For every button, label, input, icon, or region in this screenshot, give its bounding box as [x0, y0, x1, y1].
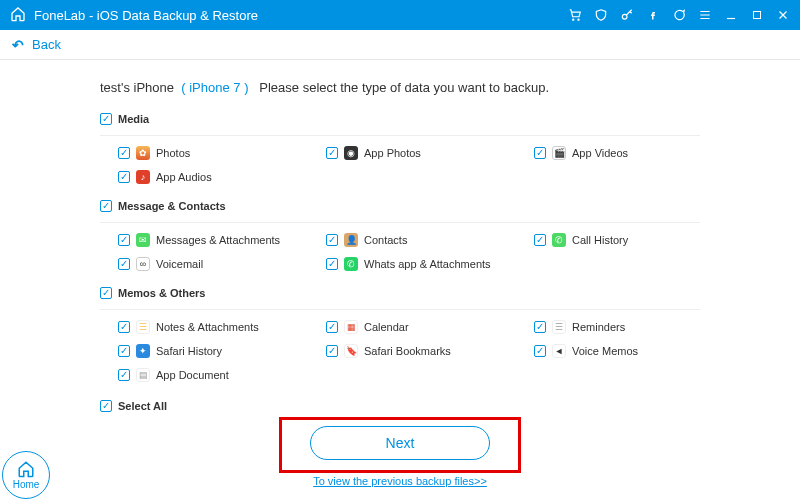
- item-label: Safari History: [156, 345, 222, 357]
- title-bar: FoneLab - iOS Data Backup & Restore: [0, 0, 800, 30]
- next-button[interactable]: Next: [310, 426, 490, 460]
- shield-icon[interactable]: [594, 8, 608, 22]
- main-content: test's iPhone ( iPhone 7 ) Please select…: [0, 60, 800, 412]
- checkbox-icon: ✓: [326, 258, 338, 270]
- section-media-title: Media: [118, 113, 149, 125]
- back-bar[interactable]: ↶ Back: [0, 30, 800, 60]
- checkbox-icon: ✓: [118, 234, 130, 246]
- item-label: Safari Bookmarks: [364, 345, 451, 357]
- checkbox-icon: ✓: [326, 147, 338, 159]
- messages-icon: ✉: [136, 233, 150, 247]
- instruction-text: Please select the type of data you want …: [259, 80, 549, 95]
- item-label: App Audios: [156, 171, 212, 183]
- item-messages[interactable]: ✓✉Messages & Attachments: [118, 233, 318, 247]
- divider: [100, 135, 700, 136]
- checkbox-icon: ✓: [534, 345, 546, 357]
- app-photos-icon: ◉: [344, 146, 358, 160]
- svg-point-2: [622, 14, 627, 19]
- item-app-document[interactable]: ✓▤App Document: [118, 368, 318, 382]
- checkbox-icon: ✓: [118, 147, 130, 159]
- item-label: Reminders: [572, 321, 625, 333]
- svg-point-1: [578, 19, 579, 20]
- home-icon: [10, 6, 26, 25]
- item-contacts[interactable]: ✓👤Contacts: [326, 233, 526, 247]
- section-contacts: ✓ Message & Contacts ✓✉Messages & Attach…: [100, 200, 700, 271]
- cart-icon[interactable]: [568, 8, 582, 22]
- maximize-icon[interactable]: [750, 8, 764, 22]
- item-call-history[interactable]: ✓✆Call History: [534, 233, 714, 247]
- checkbox-icon: ✓: [326, 321, 338, 333]
- titlebar-left: FoneLab - iOS Data Backup & Restore: [10, 6, 258, 25]
- checkbox-icon: ✓: [118, 321, 130, 333]
- safari-icon: ✦: [136, 344, 150, 358]
- document-icon: ▤: [136, 368, 150, 382]
- checkbox-icon: ✓: [534, 321, 546, 333]
- footer: Next To view the previous backup files>>: [0, 417, 800, 487]
- section-memos-title: Memos & Others: [118, 287, 205, 299]
- item-voice-memos[interactable]: ✓◄Voice Memos: [534, 344, 714, 358]
- back-arrow-icon: ↶: [12, 37, 24, 53]
- item-app-videos[interactable]: ✓🎬App Videos: [534, 146, 714, 160]
- item-label: Voicemail: [156, 258, 203, 270]
- item-app-photos[interactable]: ✓◉App Photos: [326, 146, 526, 160]
- checkbox-icon: ✓: [118, 369, 130, 381]
- checkbox-icon: ✓: [534, 234, 546, 246]
- section-contacts-title: Message & Contacts: [118, 200, 226, 212]
- menu-icon[interactable]: [698, 8, 712, 22]
- item-label: App Document: [156, 369, 229, 381]
- item-app-audios[interactable]: ✓♪App Audios: [118, 170, 318, 184]
- item-photos[interactable]: ✓✿Photos: [118, 146, 318, 160]
- section-memos: ✓ Memos & Others ✓☰Notes & Attachments ✓…: [100, 287, 700, 382]
- minimize-icon[interactable]: [724, 8, 738, 22]
- item-label: Contacts: [364, 234, 407, 246]
- item-label: Photos: [156, 147, 190, 159]
- checkbox-icon: ✓: [118, 345, 130, 357]
- item-label: Calendar: [364, 321, 409, 333]
- checkbox-media[interactable]: ✓: [100, 113, 112, 125]
- close-icon[interactable]: [776, 8, 790, 22]
- item-voicemail[interactable]: ✓∞Voicemail: [118, 257, 318, 271]
- contacts-icon: 👤: [344, 233, 358, 247]
- back-label: Back: [32, 37, 61, 52]
- home-corner-icon: [17, 460, 35, 478]
- voice-memos-icon: ◄: [552, 344, 566, 358]
- key-icon[interactable]: [620, 8, 634, 22]
- app-audios-icon: ♪: [136, 170, 150, 184]
- item-label: Call History: [572, 234, 628, 246]
- divider: [100, 222, 700, 223]
- call-history-icon: ✆: [552, 233, 566, 247]
- checkbox-select-all: ✓: [100, 400, 112, 412]
- chat-icon[interactable]: [672, 8, 686, 22]
- item-whatsapp[interactable]: ✓✆Whats app & Attachments: [326, 257, 526, 271]
- previous-backup-link[interactable]: To view the previous backup files>>: [0, 475, 800, 487]
- item-safari-history[interactable]: ✓✦Safari History: [118, 344, 318, 358]
- item-label: Voice Memos: [572, 345, 638, 357]
- reminders-icon: ☰: [552, 320, 566, 334]
- home-corner-button[interactable]: Home: [2, 451, 50, 499]
- checkbox-icon: ✓: [118, 258, 130, 270]
- prev-link-label: To view the previous backup files>>: [313, 475, 487, 487]
- item-reminders[interactable]: ✓☰Reminders: [534, 320, 714, 334]
- facebook-icon[interactable]: [646, 8, 660, 22]
- checkbox-memos[interactable]: ✓: [100, 287, 112, 299]
- checkbox-icon: ✓: [326, 234, 338, 246]
- item-safari-bookmarks[interactable]: ✓🔖Safari Bookmarks: [326, 344, 526, 358]
- next-button-label: Next: [386, 435, 415, 451]
- device-model: ( iPhone 7 ): [181, 80, 248, 95]
- next-highlight-box: Next: [279, 417, 521, 473]
- page-heading: test's iPhone ( iPhone 7 ) Please select…: [100, 80, 700, 95]
- item-label: App Photos: [364, 147, 421, 159]
- home-corner-label: Home: [13, 479, 40, 490]
- photos-icon: ✿: [136, 146, 150, 160]
- divider: [100, 309, 700, 310]
- item-notes[interactable]: ✓☰Notes & Attachments: [118, 320, 318, 334]
- select-all-row[interactable]: ✓ Select All: [100, 400, 700, 412]
- item-label: App Videos: [572, 147, 628, 159]
- item-label: Notes & Attachments: [156, 321, 259, 333]
- svg-rect-3: [754, 12, 761, 19]
- item-label: Whats app & Attachments: [364, 258, 491, 270]
- checkbox-contacts[interactable]: ✓: [100, 200, 112, 212]
- titlebar-right: [568, 8, 790, 22]
- item-calendar[interactable]: ✓▦Calendar: [326, 320, 526, 334]
- app-title: FoneLab - iOS Data Backup & Restore: [34, 8, 258, 23]
